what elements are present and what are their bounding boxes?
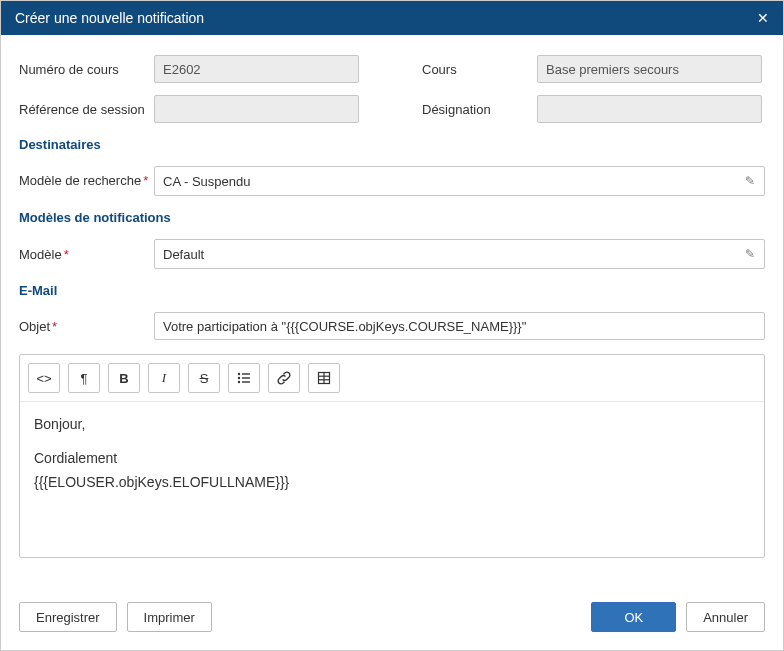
bold-button[interactable]: B — [108, 363, 140, 393]
titlebar: Créer une nouvelle notification ✕ — [1, 1, 783, 35]
course-input[interactable] — [537, 55, 762, 83]
svg-rect-5 — [242, 381, 250, 382]
link-button[interactable] — [268, 363, 300, 393]
course-number-input[interactable] — [154, 55, 359, 83]
search-model-value: CA - Suspendu — [155, 174, 736, 189]
svg-rect-1 — [242, 373, 250, 374]
model-select[interactable]: Default ✎ — [154, 239, 765, 269]
paragraph-button[interactable]: ¶ — [68, 363, 100, 393]
editor: <> ¶ B I S Bonjour, Cordialement {{{ELOU… — [19, 354, 765, 558]
model-value: Default — [155, 247, 736, 262]
pencil-icon[interactable]: ✎ — [736, 247, 764, 261]
row-course-number: Numéro de cours Cours — [19, 55, 765, 83]
model-label: Modèle* — [19, 247, 154, 262]
section-email: E-Mail — [19, 283, 765, 298]
bullet-list-button[interactable] — [228, 363, 260, 393]
designation-label: Désignation — [422, 102, 537, 117]
search-model-select[interactable]: CA - Suspendu ✎ — [154, 166, 765, 196]
save-button[interactable]: Enregistrer — [19, 602, 117, 632]
table-button[interactable] — [308, 363, 340, 393]
svg-rect-3 — [242, 377, 250, 378]
svg-point-0 — [238, 373, 240, 375]
svg-point-2 — [238, 377, 240, 379]
course-number-label: Numéro de cours — [19, 62, 154, 77]
table-icon — [317, 371, 331, 385]
footer: Enregistrer Imprimer OK Annuler — [1, 590, 783, 650]
section-templates: Modèles de notifications — [19, 210, 765, 225]
dialog: Créer une nouvelle notification ✕ Numéro… — [0, 0, 784, 651]
body-signoff: Cordialement — [34, 450, 750, 466]
subject-input[interactable] — [154, 312, 765, 340]
link-icon — [277, 371, 291, 385]
session-ref-label: Référence de session — [19, 102, 154, 117]
list-icon — [237, 371, 251, 385]
designation-input[interactable] — [537, 95, 762, 123]
print-button[interactable]: Imprimer — [127, 602, 212, 632]
content: Numéro de cours Cours Référence de sessi… — [1, 35, 783, 590]
editor-body[interactable]: Bonjour, Cordialement {{{ELOUSER.objKeys… — [20, 402, 764, 557]
row-search-model: Modèle de recherche* CA - Suspendu ✎ — [19, 166, 765, 196]
session-ref-input[interactable] — [154, 95, 359, 123]
row-subject: Objet* — [19, 312, 765, 340]
body-signature: {{{ELOUSER.objKeys.ELOFULLNAME}}} — [34, 474, 750, 490]
code-view-button[interactable]: <> — [28, 363, 60, 393]
subject-label: Objet* — [19, 319, 154, 334]
course-label: Cours — [422, 62, 537, 77]
close-icon[interactable]: ✕ — [757, 10, 769, 26]
italic-button[interactable]: I — [148, 363, 180, 393]
cancel-button[interactable]: Annuler — [686, 602, 765, 632]
ok-button[interactable]: OK — [591, 602, 676, 632]
section-recipients: Destinataires — [19, 137, 765, 152]
row-session-ref: Référence de session Désignation — [19, 95, 765, 123]
svg-point-4 — [238, 381, 240, 383]
row-model: Modèle* Default ✎ — [19, 239, 765, 269]
search-model-label: Modèle de recherche* — [19, 173, 154, 189]
editor-toolbar: <> ¶ B I S — [20, 355, 764, 402]
body-greeting: Bonjour, — [34, 416, 750, 432]
dialog-title: Créer une nouvelle notification — [15, 10, 204, 26]
pencil-icon[interactable]: ✎ — [736, 174, 764, 188]
strike-button[interactable]: S — [188, 363, 220, 393]
